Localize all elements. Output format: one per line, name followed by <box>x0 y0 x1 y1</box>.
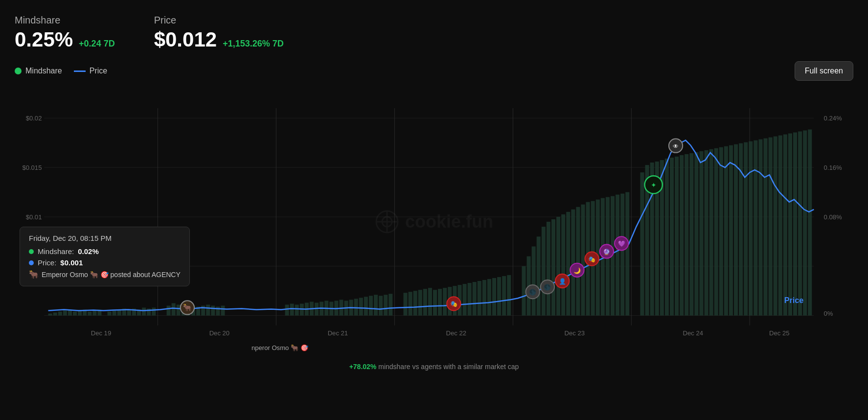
tooltip-price-label: Price: <box>38 258 56 267</box>
svg-rect-15 <box>48 314 52 316</box>
svg-text:👁: 👁 <box>673 143 679 150</box>
svg-rect-147 <box>803 130 807 315</box>
svg-text:💜: 💜 <box>618 240 626 247</box>
tooltip-mindshare-row: Mindshare: 0.02% <box>29 247 181 256</box>
svg-text:✦: ✦ <box>651 181 657 189</box>
svg-rect-143 <box>783 135 787 316</box>
svg-text:🎭: 🎭 <box>588 256 596 263</box>
svg-rect-102 <box>571 210 575 316</box>
svg-rect-114 <box>640 172 644 315</box>
tooltip-mindshare-label: Mindshare: <box>38 247 74 256</box>
svg-rect-48 <box>285 304 289 315</box>
svg-rect-21 <box>78 310 82 315</box>
svg-rect-148 <box>808 129 812 315</box>
svg-rect-20 <box>73 311 77 315</box>
svg-rect-140 <box>769 138 773 316</box>
tooltip-mindshare-value: 0.02% <box>78 247 99 256</box>
mindshare-stat: Mindshare 0.25% +0.24 7D <box>15 15 115 51</box>
svg-rect-33 <box>142 307 146 315</box>
fullscreen-button[interactable]: Full screen <box>795 61 853 81</box>
svg-rect-96 <box>542 227 546 315</box>
svg-rect-90 <box>502 276 506 316</box>
svg-rect-112 <box>620 194 624 316</box>
y-right-0.24: 0.24% <box>824 115 842 122</box>
svg-rect-71 <box>409 292 412 315</box>
svg-rect-66 <box>374 295 378 315</box>
svg-rect-101 <box>566 212 570 316</box>
svg-rect-113 <box>625 192 629 316</box>
svg-rect-63 <box>359 298 363 315</box>
price-value-row: $0.012 +1,153.26% 7D <box>154 28 284 51</box>
y-label-0.02: $0.02 <box>26 115 42 122</box>
svg-rect-137 <box>754 140 757 316</box>
svg-rect-83 <box>468 283 472 316</box>
price-line-icon <box>74 70 86 72</box>
svg-rect-24 <box>92 310 96 315</box>
svg-rect-45 <box>211 305 215 315</box>
svg-rect-120 <box>670 158 674 316</box>
svg-rect-75 <box>428 288 432 315</box>
svg-rect-85 <box>478 281 481 316</box>
svg-rect-50 <box>295 304 299 315</box>
svg-rect-84 <box>473 282 477 316</box>
svg-rect-67 <box>379 296 383 315</box>
svg-rect-111 <box>616 195 619 316</box>
bottom-note-text: mindshare vs agents with a similar marke… <box>376 363 519 371</box>
svg-rect-123 <box>685 154 688 316</box>
x-label-dec23: Dec 23 <box>565 329 585 337</box>
legend-mindshare: Mindshare <box>15 67 62 75</box>
svg-rect-98 <box>551 219 555 316</box>
svg-rect-99 <box>556 217 560 316</box>
svg-rect-130 <box>719 147 723 316</box>
svg-rect-17 <box>58 311 62 315</box>
svg-rect-136 <box>749 141 753 316</box>
tooltip-price-row: Price: $0.001 <box>29 258 181 267</box>
chart-svg: $0.02 $0.015 $0.01 0.24% 0.16% 0.08% 0% <box>15 85 853 359</box>
svg-rect-125 <box>694 152 698 316</box>
svg-rect-62 <box>354 299 358 315</box>
svg-rect-82 <box>462 284 466 316</box>
svg-text:🌙: 🌙 <box>573 267 581 274</box>
svg-rect-124 <box>689 153 693 316</box>
svg-rect-133 <box>734 144 738 316</box>
svg-rect-68 <box>384 295 388 315</box>
tooltip-note-text: Emperor Osmo 🐂 🎯 posted about AGENCY <box>42 271 181 279</box>
svg-rect-145 <box>793 133 797 316</box>
svg-rect-76 <box>433 290 437 315</box>
price-label: Price <box>154 15 284 26</box>
price-stat: Price $0.012 +1,153.26% 7D <box>154 15 284 51</box>
svg-rect-23 <box>88 311 91 315</box>
x-label-dec22: Dec 22 <box>446 329 467 337</box>
y-label-0.015: $0.015 <box>22 164 42 171</box>
mindshare-dot-icon <box>15 68 22 74</box>
svg-rect-69 <box>388 294 392 315</box>
svg-rect-86 <box>482 280 486 316</box>
tooltip-title: Friday, Dec 20, 08:15 PM <box>29 234 181 242</box>
tooltip-price-dot <box>29 260 34 265</box>
chart-header: Mindshare Price Full screen <box>15 61 853 81</box>
x-label-dec21: Dec 21 <box>328 329 348 337</box>
mindshare-label: Mindshare <box>15 15 115 26</box>
svg-rect-88 <box>492 278 496 316</box>
svg-rect-37 <box>172 303 176 315</box>
svg-rect-103 <box>576 207 580 316</box>
emperor-osmo-chart-label: nperor Osmo 🐂 🎯 <box>251 344 309 352</box>
x-label-dec19: Dec 19 <box>91 329 112 337</box>
tooltip-note: 🐂 Emperor Osmo 🐂 🎯 posted about AGENCY <box>29 270 181 279</box>
chart-wrapper: cookie.fun $0.02 $0.015 $0.01 <box>15 85 853 359</box>
x-label-dec24: Dec 24 <box>683 329 704 337</box>
svg-rect-95 <box>537 236 541 315</box>
legend-price-label: Price <box>90 67 107 75</box>
svg-rect-121 <box>675 157 679 316</box>
svg-rect-128 <box>709 149 713 316</box>
y-right-0: 0% <box>824 310 833 317</box>
x-label-dec25: Dec 25 <box>769 329 790 337</box>
svg-text:🌑: 🌑 <box>544 283 551 291</box>
svg-rect-38 <box>177 304 181 315</box>
tooltip-mindshare-dot <box>29 249 34 254</box>
y-label-0.01: $0.01 <box>26 213 42 221</box>
svg-rect-100 <box>561 214 565 316</box>
mindshare-value-row: 0.25% +0.24 7D <box>15 28 115 51</box>
svg-rect-119 <box>665 159 669 316</box>
svg-rect-70 <box>403 293 407 315</box>
